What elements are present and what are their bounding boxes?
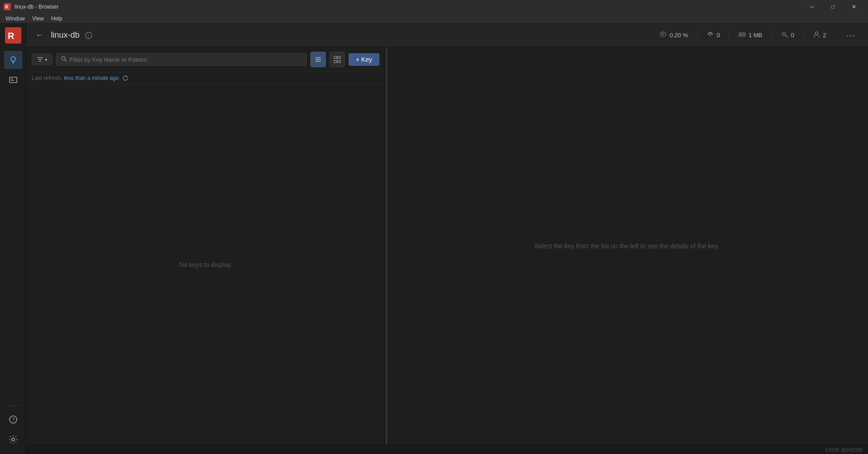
- sidebar-help-btn[interactable]: ?: [4, 410, 22, 429]
- keys-toolbar: ▾: [26, 47, 385, 72]
- info-icon: i: [85, 32, 92, 39]
- refresh-prefix: Last refresh:: [32, 75, 62, 81]
- view-list-button[interactable]: [310, 52, 326, 67]
- stat-users: 2: [804, 31, 835, 39]
- icon-sidebar: R: [0, 24, 26, 454]
- title-bar: R linux-db - Browser ─ □ ✕: [0, 0, 868, 14]
- list-view-icon: [314, 56, 322, 63]
- connection-icon: [707, 31, 714, 39]
- search-icon: [61, 56, 67, 63]
- svg-rect-32: [334, 56, 337, 59]
- svg-rect-7: [10, 77, 17, 83]
- title-bar-controls: ─ □ ✕: [802, 0, 864, 14]
- resize-handle[interactable]: [385, 47, 387, 445]
- refresh-icon: [122, 75, 129, 81]
- header-bar: ← linux-db i 0.20 %: [26, 24, 868, 47]
- sidebar-browser-btn[interactable]: [4, 51, 22, 69]
- svg-rect-35: [338, 60, 340, 63]
- sidebar-workbench-btn[interactable]: [4, 71, 22, 89]
- memory-icon: [738, 31, 746, 39]
- db-title: linux-db: [51, 30, 80, 40]
- svg-point-23: [815, 32, 818, 35]
- svg-point-16: [709, 35, 711, 36]
- sidebar-settings-btn[interactable]: [4, 430, 22, 449]
- menu-bar: Window View Help: [0, 14, 868, 24]
- svg-rect-18: [740, 34, 741, 35]
- menu-view[interactable]: View: [29, 14, 48, 24]
- keys-empty: No keys to display.: [26, 84, 385, 445]
- keys-icon: [9, 55, 18, 64]
- key-stat-icon: [781, 31, 788, 39]
- detail-empty-message: Select the key from the list on the left…: [534, 242, 719, 250]
- status-text: CSDN @242030: [825, 447, 863, 453]
- stat-memory: 1 MB: [729, 31, 772, 39]
- connections-value: 0: [717, 32, 720, 39]
- refresh-button[interactable]: [122, 75, 129, 81]
- close-button[interactable]: ✕: [843, 0, 864, 14]
- search-box: [56, 53, 307, 66]
- filter-icon: [37, 56, 43, 63]
- filter-chevron: ▾: [45, 57, 47, 62]
- svg-line-22: [785, 35, 788, 37]
- content-area: ▾: [26, 47, 868, 445]
- app-layout: R: [0, 24, 868, 454]
- main-area: ← linux-db i 0.20 %: [26, 24, 868, 454]
- search-input[interactable]: [70, 56, 302, 63]
- detail-panel: Select the key from the list on the left…: [385, 47, 868, 445]
- query-icon: [9, 75, 18, 84]
- memory-value: 1 MB: [748, 32, 762, 39]
- svg-rect-20: [743, 34, 744, 35]
- empty-message: No keys to display.: [179, 261, 232, 268]
- app-logo: R: [5, 27, 21, 44]
- svg-text:i: i: [88, 34, 89, 38]
- help-icon: ?: [9, 415, 18, 424]
- svg-text:R: R: [8, 31, 15, 41]
- user-icon: [813, 31, 820, 39]
- tree-view-icon: [334, 56, 341, 63]
- view-tree-button[interactable]: [329, 52, 345, 67]
- maximize-button[interactable]: □: [823, 0, 843, 14]
- svg-point-4: [11, 57, 15, 61]
- menu-help[interactable]: Help: [47, 14, 66, 24]
- keys-panel: ▾: [26, 47, 385, 445]
- stat-connections: 0: [698, 31, 729, 39]
- status-bar: CSDN @242030: [26, 445, 868, 454]
- users-value: 2: [823, 32, 826, 39]
- svg-point-15: [662, 33, 664, 35]
- svg-rect-34: [334, 60, 337, 63]
- stat-cpu: 0.20 %: [650, 31, 697, 39]
- svg-point-12: [12, 438, 15, 441]
- stat-keys: 0: [772, 31, 804, 39]
- minimize-button[interactable]: ─: [802, 0, 823, 14]
- cpu-value: 0.20 %: [669, 32, 688, 39]
- header-stats: 0.20 % 0: [650, 31, 835, 39]
- settings-icon: [9, 435, 18, 444]
- svg-rect-19: [742, 34, 743, 35]
- back-button[interactable]: ←: [34, 29, 45, 42]
- filter-button[interactable]: ▾: [32, 54, 52, 65]
- refresh-time[interactable]: less than a minute ago: [64, 75, 119, 81]
- info-button[interactable]: i: [85, 32, 92, 39]
- sidebar-divider: [6, 405, 20, 406]
- title-bar-title: linux-db - Browser: [15, 4, 59, 10]
- svg-line-28: [65, 60, 67, 62]
- keys-value: 0: [791, 32, 794, 39]
- refresh-bar: Last refresh: less than a minute ago: [26, 72, 385, 84]
- svg-rect-33: [338, 56, 340, 59]
- more-button[interactable]: ⋯: [841, 30, 861, 41]
- menu-window[interactable]: Window: [2, 14, 29, 24]
- cpu-icon: [659, 31, 667, 39]
- svg-point-21: [782, 33, 785, 36]
- add-key-button[interactable]: + Key: [349, 53, 379, 66]
- app-icon: R: [4, 3, 11, 10]
- svg-text:?: ?: [12, 417, 15, 422]
- svg-text:R: R: [5, 5, 9, 10]
